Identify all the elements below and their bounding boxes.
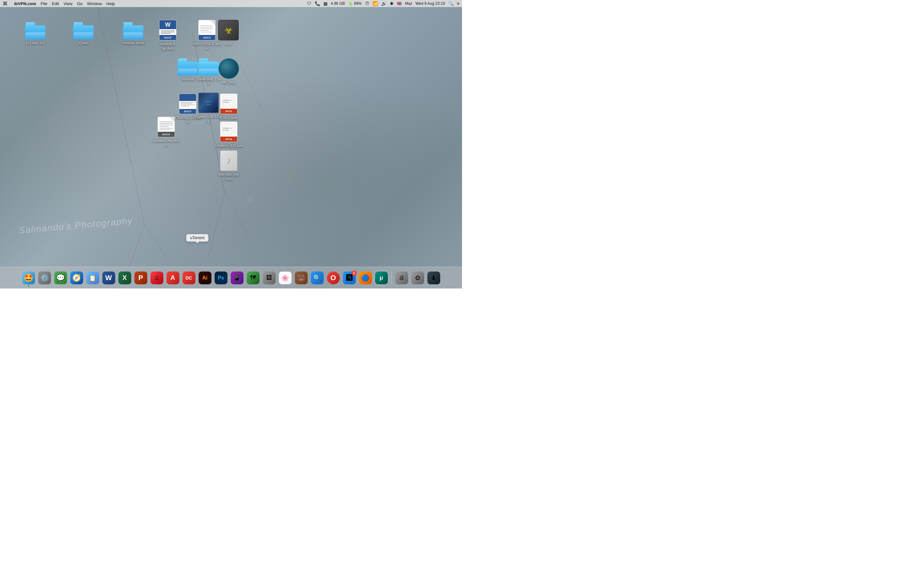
dock-item-utorrent[interactable]: μ xyxy=(374,271,389,285)
file-leaders101[interactable]: Leadership 1 on Curriculum PPTX Leaders.… xyxy=(214,120,243,154)
icon-label: Qatar xyxy=(79,41,88,45)
music-icon: ♪ xyxy=(220,150,237,171)
menu-spotlight[interactable]: 🔍 xyxy=(448,1,454,6)
icon-label: updated...file.docx xyxy=(152,139,180,148)
globe-icon xyxy=(218,58,239,79)
menu-wifi[interactable]: 📶 xyxy=(373,1,378,6)
hazmat-symbol: ☣ xyxy=(224,25,233,36)
menu-edit[interactable]: Edit xyxy=(52,1,59,6)
dock-item-stickies[interactable]: 🐻 xyxy=(294,271,309,285)
dock-item-safari[interactable]: 🧭 xyxy=(69,271,84,285)
acrobatdc-icon: DC xyxy=(183,271,195,284)
file-module4[interactable]: W DOCX module 4 5gl.docx xyxy=(153,19,182,52)
mbp-icon: ☣ xyxy=(218,20,239,40)
dock-item-word[interactable]: W xyxy=(102,271,116,285)
menu-username: Maz xyxy=(405,1,412,6)
menu-help[interactable]: Help xyxy=(107,1,115,6)
desktop: ⌘ ibVPN.com File Edit View Go Window Hel… xyxy=(0,0,462,288)
dock-item-finder[interactable]: 🤩 xyxy=(21,271,36,285)
app-name[interactable]: ibVPN.com xyxy=(14,1,36,6)
menu-vpn[interactable]: 🛡 xyxy=(307,1,312,6)
dock-item-vlc[interactable]: 🔵 xyxy=(358,271,373,285)
menubar: ⌘ ibVPN.com File Edit View Go Window Hel… xyxy=(0,0,462,7)
pptx-icon: Leadership 1 on Curriculum PPTX xyxy=(220,93,237,114)
itunes-icon: ♫ xyxy=(150,271,163,284)
menubar-right: 🛡 📞 ▦ 4.96 GB 🔋 89% ⏱ 📶 🔊 ✱ 🇬🇧 Maz Wed 9… xyxy=(307,1,459,6)
file-marconi[interactable]: ♪ Marconi...top .mp3 xyxy=(214,149,243,183)
stickies-icon: 🐻 xyxy=(295,271,308,284)
menu-timemachine[interactable]: ⏱ xyxy=(365,1,369,6)
menu-flag[interactable]: 🇬🇧 xyxy=(397,1,402,6)
search-app-icon: 🔍 xyxy=(311,271,324,284)
pptx-icon: Leadership 1 on Curriculum PPTX xyxy=(220,121,237,142)
icon-label: MBP xyxy=(225,42,232,46)
dock-item-photoshop[interactable]: Ps xyxy=(214,271,228,285)
finder-icon: 🤩 xyxy=(22,271,35,284)
dock-item-printer[interactable]: 🖨 xyxy=(394,271,409,285)
icon-label: module 4 5gl.docx xyxy=(155,42,181,51)
menu-memory: 4.96 GB xyxy=(331,1,345,6)
viber-icon: 📱 xyxy=(231,271,244,284)
menu-file[interactable]: File xyxy=(41,1,47,6)
dock-item-photos[interactable]: 🌸 xyxy=(278,271,292,285)
excel-icon: X xyxy=(118,271,131,284)
folder-icon xyxy=(73,22,94,39)
desktop-icons: 1o1 and 1o2 Qatar mesbah excel W xyxy=(0,10,462,266)
sysprefs-icon: ⚙️ xyxy=(38,271,51,284)
dock-item-excel[interactable]: X xyxy=(118,271,132,285)
icon-label: 1 on 1.pptx xyxy=(220,115,237,120)
icon-label: 1o1 and 1o2 xyxy=(25,41,45,45)
plain-docx-icon: DOCX xyxy=(198,20,216,40)
menu-window[interactable]: Window xyxy=(87,1,102,6)
maps-icon: 🗺 xyxy=(247,271,260,284)
word-icon: W xyxy=(102,271,115,284)
file-mbp[interactable]: ☣ MBP xyxy=(214,19,243,47)
dock-item-maps[interactable]: 🗺 xyxy=(246,271,260,285)
dock-item-acrobatdc[interactable]: DC xyxy=(182,271,196,285)
menu-volume[interactable]: 🔊 xyxy=(381,1,387,6)
dock-item-imageview[interactable]: 🖼 xyxy=(262,271,276,285)
menu-viber[interactable]: 📞 xyxy=(315,1,320,6)
dock-item-powerpoint[interactable]: P xyxy=(134,271,148,285)
dock-item-sysprefs[interactable]: ⚙️ xyxy=(37,271,52,285)
illustrator-icon: Ai xyxy=(199,271,212,284)
utorrent-icon: μ xyxy=(375,271,388,284)
folder-mesbah[interactable]: mesbah excel xyxy=(119,21,148,47)
photoshop-icon: Ps xyxy=(215,271,228,284)
menu-notif[interactable]: ≡ xyxy=(457,1,459,6)
dock-item-search[interactable]: 🔍 xyxy=(310,271,325,285)
appstore-badge: 9 xyxy=(352,271,357,276)
folder-icon xyxy=(25,22,45,39)
dock: 🤩 ⚙️ 💬 🧭 📋 W X P xyxy=(0,267,462,288)
dock-item-opera[interactable]: O xyxy=(326,271,341,285)
dock-item-whatsapp[interactable]: 💬 xyxy=(53,271,68,285)
menu-datetime: Wed 9 Aug 23:19 xyxy=(415,1,445,6)
dock-item-notes[interactable]: 📋 xyxy=(86,271,100,285)
dock-item-illustrator[interactable]: Ai xyxy=(198,271,212,285)
dock-item-acrobat[interactable]: A xyxy=(166,271,180,285)
notes-icon: 📋 xyxy=(86,271,99,284)
folder-101-102[interactable]: 1o1 and 1o2 xyxy=(21,21,50,47)
menu-display[interactable]: ▦ xyxy=(323,1,328,6)
file-mydata[interactable]: My Data xyxy=(214,57,243,86)
menu-bluetooth[interactable]: ✱ xyxy=(390,1,394,6)
dock-item-itunes[interactable]: ♫ xyxy=(150,271,164,285)
updated-docx-icon: ·DOCX· xyxy=(158,117,175,137)
dock-item-settings2[interactable]: ⚙ xyxy=(410,271,425,285)
utorrent-tooltip: uTorrent xyxy=(186,234,208,242)
dock-item-appstore[interactable]: 🅰 9 xyxy=(342,271,357,285)
menu-go[interactable]: Go xyxy=(77,1,82,6)
menu-view[interactable]: View xyxy=(63,1,73,6)
apple-menu[interactable]: ⌘ xyxy=(3,1,8,7)
file-updated[interactable]: ·DOCX· updated...file.docx xyxy=(153,115,179,149)
icon-label: Marconi...top .mp3 xyxy=(216,172,242,181)
file-1on1pptx[interactable]: Leadership 1 on Curriculum PPTX 1 on 1.p… xyxy=(214,92,243,121)
menubar-left: ⌘ ibVPN.com File Edit View Go Window Hel… xyxy=(3,1,115,7)
dock-item-download[interactable]: ⬇ xyxy=(426,271,441,285)
dock-item-viber[interactable]: 📱 xyxy=(230,271,244,285)
folder-qatar[interactable]: Qatar xyxy=(69,21,98,47)
strate-docx-icon: DOCX xyxy=(179,93,196,114)
safari-icon: 🧭 xyxy=(70,271,83,284)
photos-icon: 🌸 xyxy=(279,271,292,284)
acrobat-icon: A xyxy=(166,271,179,284)
